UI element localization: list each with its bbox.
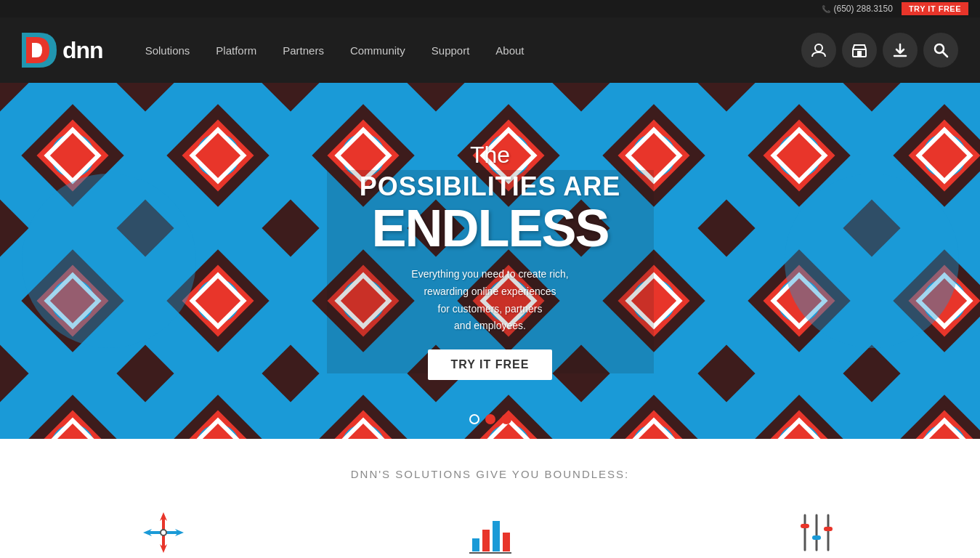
nav-partners[interactable]: Partners [270,17,337,83]
control-icon [793,509,840,556]
solution-control: CONTROL [653,509,980,558]
impact-icon [466,509,513,556]
phone-number: (650) 288.3150 [822,4,892,14]
search-icon [933,42,949,58]
svg-point-35 [161,530,166,535]
navbar: dnn Solutions Platform Partners Communit… [0,17,980,83]
store-icon-button[interactable] [842,33,877,68]
svg-rect-42 [801,524,809,528]
nav-icons [801,33,958,68]
dot-1[interactable] [469,414,479,424]
solution-impact: IMPACT [327,509,654,558]
hero-endless: ENDLESS [371,202,608,254]
hero-dots [469,414,511,424]
hero-description: Everything you need to create rich, rewa… [411,266,568,335]
nav-links: Solutions Platform Partners Community Su… [132,17,801,83]
user-icon [811,42,827,58]
svg-rect-44 [812,535,821,540]
svg-point-1 [815,44,822,52]
solutions-grid: REACH IMPACT [0,509,980,558]
svg-line-7 [943,52,948,57]
svg-rect-3 [857,51,862,57]
try-it-free-topbar-button[interactable]: TRY IT FREE [902,2,968,15]
nav-support[interactable]: Support [418,17,483,83]
solutions-section: DNN'S SOLUTIONS GIVE YOU BOUNDLESS: [0,439,980,558]
user-icon-button[interactable] [801,33,836,68]
hero-cta-button[interactable]: TRY IT FREE [428,349,553,380]
nav-solutions[interactable]: Solutions [132,17,203,83]
hero-section: The POSSIBILITIES ARE ENDLESS Everything… [0,83,980,439]
nav-platform[interactable]: Platform [203,17,270,83]
logo-icon [22,33,57,68]
svg-rect-38 [493,521,500,551]
dot-2[interactable] [485,414,495,424]
top-bar: (650) 288.3150 TRY IT FREE [0,0,980,17]
nav-community[interactable]: Community [337,17,418,83]
svg-rect-46 [824,527,833,531]
svg-rect-39 [503,533,510,551]
dot-3[interactable] [501,414,511,424]
solution-reach: REACH [0,509,327,558]
search-icon-button[interactable] [923,33,958,68]
svg-rect-37 [482,530,490,551]
logo[interactable]: dnn [22,33,103,68]
nav-about[interactable]: About [482,17,537,83]
download-icon-button[interactable] [883,33,918,68]
hero-possibilities: POSSIBILITIES ARE [360,171,621,202]
hero-content: The POSSIBILITIES ARE ENDLESS Everything… [0,83,980,439]
store-icon [851,42,867,58]
download-icon [892,42,908,58]
svg-rect-36 [472,538,479,551]
hero-the: The [470,142,510,169]
solutions-title: DNN'S SOLUTIONS GIVE YOU BOUNDLESS: [0,468,980,480]
reach-icon [140,509,187,556]
logo-text: dnn [62,37,103,64]
